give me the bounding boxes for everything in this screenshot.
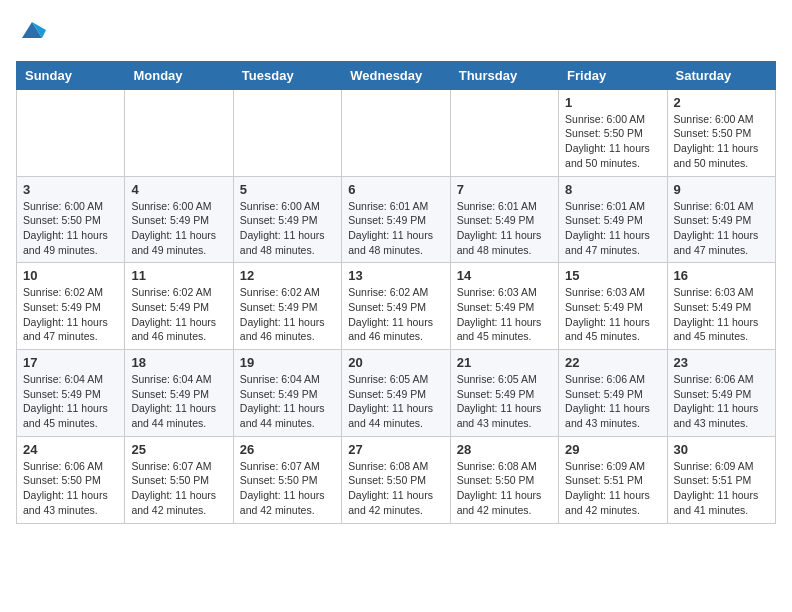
day-number: 8 (565, 182, 660, 197)
day-number: 16 (674, 268, 769, 283)
day-info: Sunrise: 6:00 AM Sunset: 5:49 PM Dayligh… (131, 199, 226, 258)
calendar-cell: 18Sunrise: 6:04 AM Sunset: 5:49 PM Dayli… (125, 350, 233, 437)
calendar-cell (17, 89, 125, 176)
day-number: 27 (348, 442, 443, 457)
calendar-cell: 28Sunrise: 6:08 AM Sunset: 5:50 PM Dayli… (450, 436, 558, 523)
calendar-header-row: SundayMondayTuesdayWednesdayThursdayFrid… (17, 61, 776, 89)
day-info: Sunrise: 6:02 AM Sunset: 5:49 PM Dayligh… (240, 285, 335, 344)
calendar-cell: 9Sunrise: 6:01 AM Sunset: 5:49 PM Daylig… (667, 176, 775, 263)
calendar-cell: 26Sunrise: 6:07 AM Sunset: 5:50 PM Dayli… (233, 436, 341, 523)
calendar-week-2: 3Sunrise: 6:00 AM Sunset: 5:50 PM Daylig… (17, 176, 776, 263)
day-info: Sunrise: 6:02 AM Sunset: 5:49 PM Dayligh… (131, 285, 226, 344)
calendar-cell (125, 89, 233, 176)
day-info: Sunrise: 6:08 AM Sunset: 5:50 PM Dayligh… (348, 459, 443, 518)
day-info: Sunrise: 6:04 AM Sunset: 5:49 PM Dayligh… (240, 372, 335, 431)
day-info: Sunrise: 6:06 AM Sunset: 5:50 PM Dayligh… (23, 459, 118, 518)
calendar-cell: 10Sunrise: 6:02 AM Sunset: 5:49 PM Dayli… (17, 263, 125, 350)
calendar-week-3: 10Sunrise: 6:02 AM Sunset: 5:49 PM Dayli… (17, 263, 776, 350)
weekday-header-thursday: Thursday (450, 61, 558, 89)
day-info: Sunrise: 6:06 AM Sunset: 5:49 PM Dayligh… (565, 372, 660, 431)
logo-icon (18, 16, 46, 44)
weekday-header-saturday: Saturday (667, 61, 775, 89)
day-number: 18 (131, 355, 226, 370)
day-number: 20 (348, 355, 443, 370)
day-info: Sunrise: 6:06 AM Sunset: 5:49 PM Dayligh… (674, 372, 769, 431)
calendar-cell: 6Sunrise: 6:01 AM Sunset: 5:49 PM Daylig… (342, 176, 450, 263)
day-number: 24 (23, 442, 118, 457)
day-info: Sunrise: 6:00 AM Sunset: 5:50 PM Dayligh… (674, 112, 769, 171)
calendar-cell: 16Sunrise: 6:03 AM Sunset: 5:49 PM Dayli… (667, 263, 775, 350)
day-number: 12 (240, 268, 335, 283)
calendar-week-1: 1Sunrise: 6:00 AM Sunset: 5:50 PM Daylig… (17, 89, 776, 176)
calendar-cell (233, 89, 341, 176)
page-header (16, 16, 776, 49)
day-number: 29 (565, 442, 660, 457)
day-info: Sunrise: 6:01 AM Sunset: 5:49 PM Dayligh… (674, 199, 769, 258)
calendar-week-5: 24Sunrise: 6:06 AM Sunset: 5:50 PM Dayli… (17, 436, 776, 523)
day-info: Sunrise: 6:00 AM Sunset: 5:49 PM Dayligh… (240, 199, 335, 258)
day-info: Sunrise: 6:00 AM Sunset: 5:50 PM Dayligh… (565, 112, 660, 171)
day-number: 23 (674, 355, 769, 370)
calendar-table: SundayMondayTuesdayWednesdayThursdayFrid… (16, 61, 776, 524)
day-info: Sunrise: 6:07 AM Sunset: 5:50 PM Dayligh… (131, 459, 226, 518)
calendar-cell: 23Sunrise: 6:06 AM Sunset: 5:49 PM Dayli… (667, 350, 775, 437)
day-number: 15 (565, 268, 660, 283)
day-info: Sunrise: 6:00 AM Sunset: 5:50 PM Dayligh… (23, 199, 118, 258)
day-info: Sunrise: 6:04 AM Sunset: 5:49 PM Dayligh… (131, 372, 226, 431)
calendar-cell: 15Sunrise: 6:03 AM Sunset: 5:49 PM Dayli… (559, 263, 667, 350)
calendar-cell: 2Sunrise: 6:00 AM Sunset: 5:50 PM Daylig… (667, 89, 775, 176)
calendar-cell: 7Sunrise: 6:01 AM Sunset: 5:49 PM Daylig… (450, 176, 558, 263)
day-number: 4 (131, 182, 226, 197)
calendar-cell: 21Sunrise: 6:05 AM Sunset: 5:49 PM Dayli… (450, 350, 558, 437)
calendar-cell: 5Sunrise: 6:00 AM Sunset: 5:49 PM Daylig… (233, 176, 341, 263)
day-info: Sunrise: 6:09 AM Sunset: 5:51 PM Dayligh… (674, 459, 769, 518)
day-info: Sunrise: 6:05 AM Sunset: 5:49 PM Dayligh… (348, 372, 443, 431)
day-info: Sunrise: 6:03 AM Sunset: 5:49 PM Dayligh… (674, 285, 769, 344)
day-number: 13 (348, 268, 443, 283)
day-number: 14 (457, 268, 552, 283)
calendar-cell: 3Sunrise: 6:00 AM Sunset: 5:50 PM Daylig… (17, 176, 125, 263)
day-info: Sunrise: 6:05 AM Sunset: 5:49 PM Dayligh… (457, 372, 552, 431)
day-info: Sunrise: 6:07 AM Sunset: 5:50 PM Dayligh… (240, 459, 335, 518)
day-number: 1 (565, 95, 660, 110)
calendar-cell: 12Sunrise: 6:02 AM Sunset: 5:49 PM Dayli… (233, 263, 341, 350)
weekday-header-monday: Monday (125, 61, 233, 89)
day-number: 6 (348, 182, 443, 197)
day-info: Sunrise: 6:09 AM Sunset: 5:51 PM Dayligh… (565, 459, 660, 518)
logo (16, 16, 46, 49)
calendar-cell: 13Sunrise: 6:02 AM Sunset: 5:49 PM Dayli… (342, 263, 450, 350)
day-info: Sunrise: 6:02 AM Sunset: 5:49 PM Dayligh… (23, 285, 118, 344)
day-number: 22 (565, 355, 660, 370)
calendar-cell: 30Sunrise: 6:09 AM Sunset: 5:51 PM Dayli… (667, 436, 775, 523)
calendar-cell: 27Sunrise: 6:08 AM Sunset: 5:50 PM Dayli… (342, 436, 450, 523)
calendar-cell: 20Sunrise: 6:05 AM Sunset: 5:49 PM Dayli… (342, 350, 450, 437)
weekday-header-friday: Friday (559, 61, 667, 89)
day-info: Sunrise: 6:02 AM Sunset: 5:49 PM Dayligh… (348, 285, 443, 344)
day-number: 10 (23, 268, 118, 283)
day-info: Sunrise: 6:03 AM Sunset: 5:49 PM Dayligh… (565, 285, 660, 344)
day-number: 5 (240, 182, 335, 197)
calendar-cell (450, 89, 558, 176)
day-info: Sunrise: 6:01 AM Sunset: 5:49 PM Dayligh… (348, 199, 443, 258)
calendar-cell (342, 89, 450, 176)
calendar-cell: 17Sunrise: 6:04 AM Sunset: 5:49 PM Dayli… (17, 350, 125, 437)
day-info: Sunrise: 6:04 AM Sunset: 5:49 PM Dayligh… (23, 372, 118, 431)
calendar-week-4: 17Sunrise: 6:04 AM Sunset: 5:49 PM Dayli… (17, 350, 776, 437)
calendar-cell: 25Sunrise: 6:07 AM Sunset: 5:50 PM Dayli… (125, 436, 233, 523)
weekday-header-sunday: Sunday (17, 61, 125, 89)
day-number: 7 (457, 182, 552, 197)
day-number: 11 (131, 268, 226, 283)
day-number: 25 (131, 442, 226, 457)
calendar-cell: 14Sunrise: 6:03 AM Sunset: 5:49 PM Dayli… (450, 263, 558, 350)
day-number: 28 (457, 442, 552, 457)
calendar-cell: 29Sunrise: 6:09 AM Sunset: 5:51 PM Dayli… (559, 436, 667, 523)
calendar-cell: 24Sunrise: 6:06 AM Sunset: 5:50 PM Dayli… (17, 436, 125, 523)
day-number: 19 (240, 355, 335, 370)
day-info: Sunrise: 6:01 AM Sunset: 5:49 PM Dayligh… (457, 199, 552, 258)
weekday-header-tuesday: Tuesday (233, 61, 341, 89)
calendar-cell: 22Sunrise: 6:06 AM Sunset: 5:49 PM Dayli… (559, 350, 667, 437)
day-number: 17 (23, 355, 118, 370)
calendar-cell: 11Sunrise: 6:02 AM Sunset: 5:49 PM Dayli… (125, 263, 233, 350)
day-info: Sunrise: 6:01 AM Sunset: 5:49 PM Dayligh… (565, 199, 660, 258)
day-number: 21 (457, 355, 552, 370)
